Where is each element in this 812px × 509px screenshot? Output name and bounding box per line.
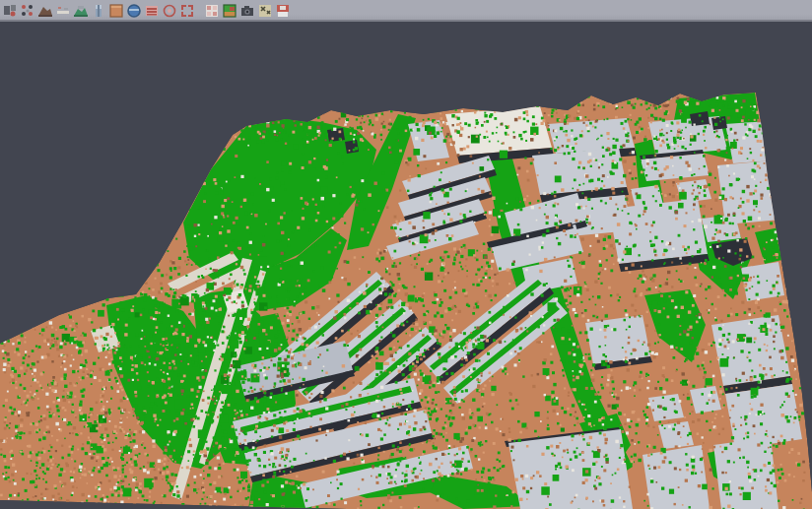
- globe-icon[interactable]: [126, 3, 142, 19]
- vegetation-model-icon-glyph: [73, 3, 89, 19]
- application-window: [0, 0, 812, 509]
- ground-points-icon[interactable]: [55, 3, 71, 19]
- main-toolbar: [0, 0, 812, 22]
- save-view-icon[interactable]: [275, 3, 291, 19]
- point-cloud-icon[interactable]: [2, 3, 18, 19]
- toolbar-group: [203, 0, 292, 19]
- globe-icon-glyph: [126, 3, 142, 19]
- toolbar-group: [1, 0, 196, 19]
- cross-section-icon-glyph: [91, 3, 106, 19]
- clear-selection-icon[interactable]: [257, 3, 273, 19]
- save-view-icon-glyph: [275, 3, 291, 19]
- cross-section-icon[interactable]: [91, 3, 106, 19]
- clear-selection-icon-glyph: [257, 3, 273, 19]
- viewport-3d[interactable]: [0, 24, 812, 509]
- classify-points-icon-glyph: [20, 3, 35, 19]
- rect-select-icon[interactable]: [179, 3, 195, 19]
- point-cloud-icon-glyph: [2, 3, 18, 19]
- point-cloud-scene: [0, 24, 812, 509]
- grid-select-icon[interactable]: [204, 3, 220, 19]
- attribute-table-icon[interactable]: [144, 3, 160, 19]
- classify-points-icon[interactable]: [20, 3, 35, 19]
- terrain-model-icon-glyph: [37, 3, 53, 19]
- circle-select-icon[interactable]: [162, 3, 177, 19]
- classification-map-icon-glyph: [222, 3, 237, 19]
- grid-select-icon-glyph: [204, 3, 220, 19]
- classification-map-icon[interactable]: [222, 3, 237, 19]
- ground-points-icon-glyph: [55, 3, 71, 19]
- circle-select-icon-glyph: [162, 3, 177, 19]
- ortho-image-icon[interactable]: [108, 3, 124, 19]
- rect-select-icon-glyph: [179, 3, 195, 19]
- camera-icon[interactable]: [239, 3, 255, 19]
- terrain-model-icon[interactable]: [37, 3, 53, 19]
- camera-icon-glyph: [239, 3, 255, 19]
- attribute-table-icon-glyph: [144, 3, 160, 19]
- ortho-image-icon-glyph: [108, 3, 124, 19]
- vegetation-model-icon[interactable]: [73, 3, 89, 19]
